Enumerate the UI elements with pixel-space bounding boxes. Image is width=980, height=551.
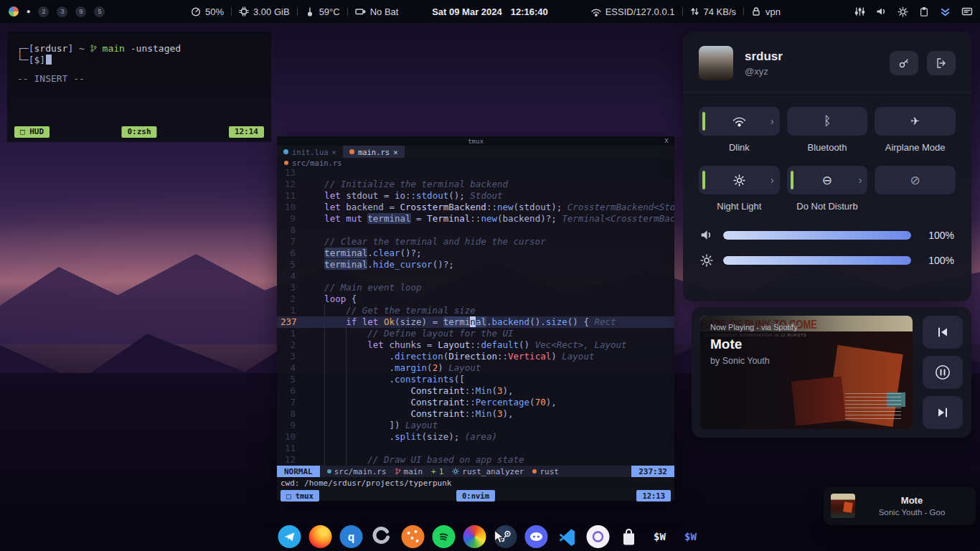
code-line[interactable]: 4 .margin(2) Layout bbox=[277, 362, 674, 374]
buffer-tab-close[interactable]: × bbox=[332, 148, 336, 156]
pause-circle-icon bbox=[935, 364, 951, 380]
hud-terminal-window[interactable]: ┌─[srdusr] ~ main -unstaged └─[$] -- INS… bbox=[7, 32, 271, 142]
code-line[interactable]: 7 Constraint::Percentage(70), bbox=[277, 397, 674, 408]
code-line[interactable]: 11 bbox=[277, 443, 674, 454]
vpn-status[interactable]: vpn bbox=[751, 6, 781, 17]
code-line[interactable]: 4 bbox=[277, 270, 674, 282]
dock-sw-white[interactable]: $W bbox=[648, 524, 672, 549]
separator bbox=[297, 7, 298, 16]
plus-icon: + bbox=[431, 467, 436, 476]
dock-zen-browser[interactable] bbox=[586, 524, 611, 549]
code-line[interactable]: 6 terminal.clear()?; bbox=[277, 248, 674, 259]
dock-terminal-swirl[interactable] bbox=[370, 524, 395, 549]
wifi-status[interactable]: ESSID/127.0.0.1 bbox=[591, 6, 675, 17]
buffer-tab-init-lua[interactable]: init.lua × bbox=[277, 146, 343, 158]
volume-slider[interactable] bbox=[723, 231, 911, 240]
code-line[interactable]: 12 // Initialize the terminal backend bbox=[277, 179, 674, 190]
code-line[interactable]: 7 // Clear the terminal and hide the cur… bbox=[277, 236, 674, 248]
separator bbox=[682, 7, 683, 16]
window-titlebar[interactable]: tmux x bbox=[277, 136, 674, 146]
tmux-window-pill[interactable]: 0:nvim bbox=[456, 490, 495, 501]
pause-button[interactable] bbox=[923, 356, 963, 389]
code-line[interactable]: 12 // Draw UI based on app state bbox=[277, 454, 674, 466]
tray-monitor-icon[interactable] bbox=[961, 6, 973, 17]
chevron-right-icon[interactable]: › bbox=[771, 174, 774, 186]
chevron-right-icon[interactable]: › bbox=[771, 116, 774, 127]
dock: q $W $W bbox=[278, 524, 703, 549]
workspace-button[interactable]: 2 bbox=[38, 6, 49, 17]
workspace-button[interactable]: 5 bbox=[94, 6, 105, 17]
workspace-active-icon[interactable]: ● bbox=[27, 8, 30, 15]
clock-date: Sat 09 Mar 2024 bbox=[432, 6, 502, 17]
next-track-button[interactable] bbox=[923, 396, 963, 429]
code-line[interactable]: 1 // Define layout for the UI bbox=[277, 328, 674, 339]
memory-chip-icon bbox=[239, 6, 249, 17]
dock-orange-app[interactable] bbox=[401, 524, 425, 549]
previous-track-button[interactable] bbox=[923, 316, 963, 349]
blocked-toggle-button[interactable]: ⊘ bbox=[875, 166, 956, 194]
brightness-slider[interactable] bbox=[723, 256, 911, 265]
tmux-window-pill[interactable]: 0:zsh bbox=[121, 126, 156, 138]
skip-previous-icon bbox=[936, 326, 949, 338]
session-label: tmux bbox=[296, 491, 314, 500]
code-line[interactable]: 3 // Main event loop bbox=[277, 282, 674, 293]
memory-value: 3.00 GiB bbox=[253, 6, 290, 17]
logout-button[interactable] bbox=[927, 51, 956, 75]
active-indicator bbox=[702, 171, 705, 189]
dock-qutebrowser[interactable]: q bbox=[339, 524, 364, 549]
buffer-tab-main-rs[interactable]: main.rs × bbox=[343, 146, 405, 158]
settings-gear-icon[interactable] bbox=[897, 6, 908, 17]
temperature-stat: 59°C bbox=[305, 6, 340, 17]
code-line[interactable]: 8 Constraint::Min(3), bbox=[277, 408, 674, 420]
dock-discord[interactable] bbox=[524, 524, 549, 549]
code-line[interactable]: 10 .split(size); (area) bbox=[277, 431, 674, 443]
window-close-button[interactable]: x bbox=[664, 136, 669, 144]
buffer-tab-close[interactable]: × bbox=[393, 148, 397, 156]
dock-spotify[interactable] bbox=[432, 524, 456, 549]
dock-colorful-app[interactable] bbox=[463, 524, 487, 549]
distro-logo-icon[interactable] bbox=[9, 6, 19, 17]
code-line[interactable]: 237 if let Ok(size) = terminal.backend()… bbox=[277, 316, 674, 328]
dock-sw-blue[interactable]: $W bbox=[679, 524, 703, 549]
brightness-slider-fill bbox=[723, 256, 911, 265]
chevron-right-icon[interactable]: › bbox=[859, 174, 862, 186]
dock-files-bag[interactable] bbox=[617, 524, 641, 549]
code-line[interactable]: 8 bbox=[277, 225, 674, 236]
code-line[interactable]: 1 // Get the terminal size bbox=[277, 305, 674, 316]
workspace-button[interactable]: 3 bbox=[57, 6, 67, 17]
dock-vscode[interactable] bbox=[555, 524, 580, 549]
code-line[interactable]: 5 .constraints([ bbox=[277, 374, 674, 385]
code-line[interactable]: 13 bbox=[277, 167, 674, 179]
dock-telegram[interactable] bbox=[278, 524, 302, 549]
clock[interactable]: Sat 09 Mar 2024 12:16:40 bbox=[432, 0, 548, 23]
code-line[interactable]: 11 let stdout = io::stdout(); Stdout bbox=[277, 190, 674, 202]
tmux-session-pill[interactable]: □ tmux bbox=[281, 490, 319, 501]
code-line[interactable]: 3 .direction(Direction::Vertical) Layout bbox=[277, 351, 674, 362]
line-number: 5 bbox=[277, 374, 303, 385]
dock-firefox[interactable] bbox=[308, 524, 333, 549]
airplane-mode-toggle-button[interactable]: ✈ bbox=[875, 107, 956, 136]
media-notification[interactable]: Mote Sonic Youth - Goo bbox=[824, 486, 976, 525]
tmux-session-pill[interactable]: □ HUD bbox=[14, 126, 50, 138]
code-line[interactable]: 9 let mut terminal = Terminal::new(backe… bbox=[277, 213, 674, 225]
keyring-button[interactable] bbox=[890, 51, 918, 75]
mixer-icon[interactable] bbox=[854, 6, 865, 17]
tray-icons bbox=[854, 0, 973, 23]
wifi-toggle-button[interactable]: › bbox=[699, 107, 780, 136]
code-line[interactable]: 6 Constraint::Min(3), bbox=[277, 385, 674, 397]
vi-mode-indicator: -- INSERT -- bbox=[7, 66, 271, 84]
prompt-line2: └─[$] bbox=[17, 55, 45, 65]
clipboard-icon[interactable] bbox=[919, 6, 929, 17]
code-line[interactable]: 10 let backend = CrosstermBackend::new(s… bbox=[277, 202, 674, 213]
code-line[interactable]: 2 let chunks = Layout::default() Vec<Rec… bbox=[277, 339, 674, 351]
code-line[interactable]: 2 loop { bbox=[277, 293, 674, 305]
code-line[interactable]: 5 terminal.hide_cursor()?; bbox=[277, 259, 674, 270]
editor-window[interactable]: tmux x init.lua × main.rs × src/main.rs … bbox=[277, 136, 674, 501]
bluetooth-toggle-button[interactable]: ᛒ bbox=[787, 107, 868, 136]
code-line[interactable]: 9 ]) Layout bbox=[277, 420, 674, 431]
volume-icon[interactable] bbox=[876, 6, 887, 17]
updates-chevron-icon[interactable] bbox=[940, 6, 951, 17]
do-not-disturb-toggle-button[interactable]: ⊖ › bbox=[787, 166, 868, 194]
night-light-toggle-button[interactable]: › bbox=[699, 166, 780, 194]
workspace-button[interactable]: 9 bbox=[75, 6, 86, 17]
